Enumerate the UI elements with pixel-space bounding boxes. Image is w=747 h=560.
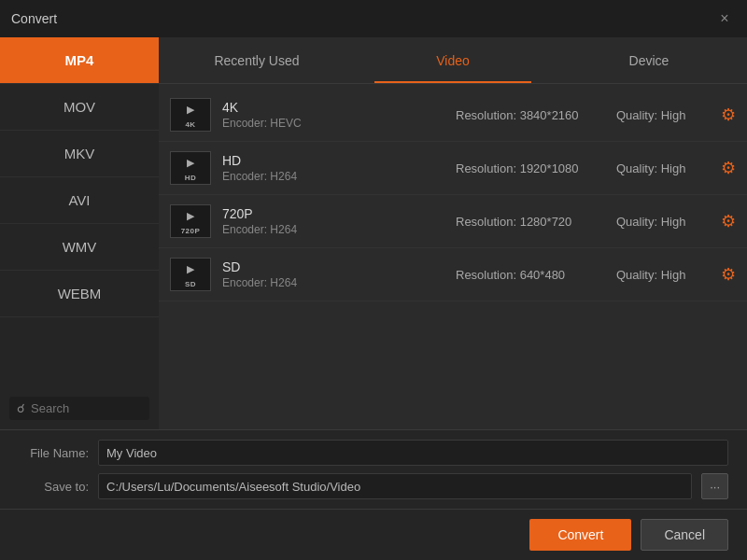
window-title: Convert	[11, 11, 57, 26]
gear-button[interactable]: ⚙	[721, 158, 736, 178]
format-info: HD Encoder: H264	[222, 153, 444, 183]
tab-recently-used[interactable]: Recently Used	[159, 37, 355, 83]
play-icon: ▶	[187, 210, 194, 222]
format-resolution: Resolution: 3840*2160	[456, 108, 605, 122]
browse-button[interactable]: ···	[701, 473, 728, 499]
format-quality: Quality: High	[616, 215, 710, 229]
close-button[interactable]: ×	[713, 7, 736, 30]
cancel-button[interactable]: Cancel	[641, 519, 728, 551]
format-badge: 720P	[181, 227, 201, 235]
format-info: 4K Encoder: HEVC	[222, 100, 444, 130]
sidebar-item-mp4[interactable]: MP4	[0, 37, 159, 84]
format-thumb: ▶ 4K	[170, 98, 211, 132]
main-content: MP4MOVMKVAVIWMVWEBM ☌ Recently UsedVideo…	[0, 37, 747, 429]
format-resolution: Resolution: 640*480	[456, 268, 605, 282]
format-badge: HD	[185, 174, 197, 182]
convert-window: Convert × MP4MOVMKVAVIWMVWEBM ☌ Recently…	[0, 0, 747, 560]
file-name-label: File Name:	[19, 446, 89, 460]
format-row[interactable]: ▶ HD HD Encoder: H264 Resolution: 1920*1…	[159, 142, 747, 195]
search-icon: ☌	[17, 401, 25, 415]
format-thumb: ▶ 720P	[170, 204, 211, 238]
save-to-value: C:/Users/Lu/Documents/Aiseesoft Studio/V…	[98, 473, 692, 499]
file-name-field: File Name: My Video	[19, 440, 728, 466]
tabs-bar: Recently UsedVideoDevice	[159, 37, 747, 84]
search-bar[interactable]: ☌	[9, 397, 149, 420]
tab-device[interactable]: Device	[551, 37, 747, 83]
gear-button[interactable]: ⚙	[721, 105, 736, 125]
right-panel: Recently UsedVideoDevice ▶ 4K 4K Encoder…	[159, 37, 747, 429]
format-quality: Quality: High	[616, 161, 710, 175]
action-bar: Convert Cancel	[0, 509, 747, 560]
format-row[interactable]: ▶ 4K 4K Encoder: HEVC Resolution: 3840*2…	[159, 89, 747, 142]
format-name: 4K	[222, 100, 444, 115]
play-icon: ▶	[187, 104, 194, 116]
bottom-bar: File Name: My Video Save to: C:/Users/Lu…	[0, 429, 747, 509]
title-bar: Convert ×	[0, 0, 747, 37]
search-input[interactable]	[31, 401, 142, 415]
format-info: 720P Encoder: H264	[222, 206, 444, 236]
format-thumb: ▶ SD	[170, 258, 211, 291]
format-info: SD Encoder: H264	[222, 259, 444, 289]
gear-button[interactable]: ⚙	[721, 264, 736, 285]
format-encoder: Encoder: H264	[222, 170, 444, 183]
format-badge: SD	[185, 280, 196, 288]
format-row[interactable]: ▶ SD SD Encoder: H264 Resolution: 640*48…	[159, 248, 747, 301]
format-thumb: ▶ HD	[170, 151, 211, 185]
format-name: 720P	[222, 206, 444, 221]
format-resolution: Resolution: 1280*720	[456, 215, 605, 229]
file-name-value: My Video	[98, 440, 728, 466]
format-quality: Quality: High	[616, 108, 710, 122]
convert-button[interactable]: Convert	[529, 519, 631, 551]
format-badge: 4K	[185, 120, 195, 129]
sidebar-item-mov[interactable]: MOV	[0, 84, 159, 131]
format-list: ▶ 4K 4K Encoder: HEVC Resolution: 3840*2…	[159, 84, 747, 429]
sidebar: MP4MOVMKVAVIWMVWEBM ☌	[0, 37, 159, 429]
gear-button[interactable]: ⚙	[721, 211, 736, 231]
save-to-field: Save to: C:/Users/Lu/Documents/Aiseesoft…	[19, 473, 728, 499]
play-icon: ▶	[187, 263, 194, 275]
play-icon: ▶	[187, 157, 194, 169]
tab-video[interactable]: Video	[355, 37, 551, 83]
format-name: SD	[222, 259, 444, 274]
save-to-label: Save to:	[19, 480, 89, 494]
format-encoder: Encoder: H264	[222, 276, 444, 289]
format-encoder: Encoder: H264	[222, 223, 444, 236]
format-resolution: Resolution: 1920*1080	[456, 161, 605, 175]
format-name: HD	[222, 153, 444, 168]
format-row[interactable]: ▶ 720P 720P Encoder: H264 Resolution: 12…	[159, 195, 747, 248]
format-encoder: Encoder: HEVC	[222, 117, 444, 130]
sidebar-item-avi[interactable]: AVI	[0, 177, 159, 224]
format-quality: Quality: High	[616, 268, 710, 282]
sidebar-item-wmv[interactable]: WMV	[0, 224, 159, 271]
sidebar-item-webm[interactable]: WEBM	[0, 271, 159, 317]
sidebar-item-mkv[interactable]: MKV	[0, 131, 159, 177]
